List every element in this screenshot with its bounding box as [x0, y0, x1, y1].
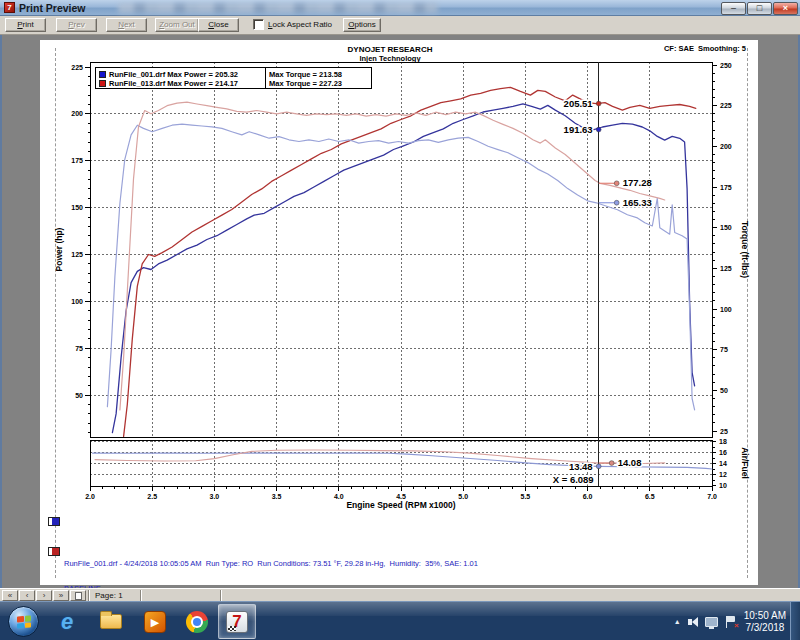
next-button[interactable]: Next [106, 18, 147, 32]
svg-text:75: 75 [720, 346, 728, 353]
cursor-value-label: 191.63 [564, 124, 593, 135]
close-preview-button[interactable]: Close [198, 18, 239, 32]
svg-text:4.5: 4.5 [396, 493, 406, 500]
taskbar-icon-chrome[interactable] [178, 604, 216, 639]
legend-run2-file-power: RunFile_013.drf Max Power = 214.17 [109, 79, 238, 88]
svg-text:250: 250 [720, 62, 732, 69]
cursor-x-label: X = 6.089 [553, 474, 594, 485]
tray-expand-icon[interactable]: ▲ [674, 618, 681, 625]
svg-text:150: 150 [720, 224, 732, 231]
svg-text:200: 200 [71, 110, 83, 117]
screen: 7 Print Preview – □ × Print Prev Next Zo… [0, 0, 800, 640]
page-icon [75, 592, 82, 600]
start-button[interactable] [8, 606, 39, 637]
run2-color-chip [48, 547, 60, 556]
legend-row: RunFile_001.drf Max Power = 205.32 [99, 70, 238, 79]
taskbar-clock[interactable]: 10:50 AM 7/3/2018 [744, 610, 786, 634]
close-window-button[interactable]: × [773, 2, 798, 15]
network-icon[interactable] [705, 617, 718, 627]
svg-text:4.0: 4.0 [334, 493, 344, 500]
volume-icon[interactable] [688, 617, 698, 627]
next-page-button[interactable]: › [36, 590, 52, 601]
preview-area: DYNOJET RESEARCH Injen Technology CF: SA… [0, 35, 800, 588]
taskbar-icon-media-player[interactable]: ▶ [136, 604, 174, 639]
svg-text:25: 25 [720, 428, 728, 435]
maximize-button[interactable]: □ [747, 2, 772, 15]
x-axis-title: Engine Speed (RPM x1000) [346, 500, 455, 510]
zoom-out-button[interactable]: Zoom Out [155, 18, 199, 32]
svg-text:75: 75 [75, 345, 83, 352]
svg-text:100: 100 [71, 298, 83, 305]
series-runfile-001-power [112, 104, 694, 433]
cursor-value-label: 165.33 [623, 197, 652, 208]
taskbar-icon-file-explorer[interactable] [92, 604, 130, 639]
app-icon: 7 [4, 2, 15, 13]
statusbar-divider [220, 590, 222, 601]
prev-button[interactable]: Prev [56, 18, 97, 32]
legend-divider [265, 68, 266, 88]
svg-text:225: 225 [720, 102, 732, 109]
clock-date: 7/3/2018 [744, 622, 786, 634]
svg-text:3.0: 3.0 [210, 493, 220, 500]
cursor-value-label: 177.28 [623, 177, 652, 188]
print-preview-toolbar: Print Prev Next Zoom Out Close Lock Aspe… [0, 16, 800, 35]
svg-text:12: 12 [719, 471, 727, 478]
options-button[interactable]: Options [343, 18, 381, 32]
svg-text:6.5: 6.5 [645, 493, 655, 500]
dyno-chart-svg: 2252001751501251007550250225200175150125… [40, 40, 758, 585]
svg-text:50: 50 [720, 387, 728, 394]
action-center-flag-icon[interactable]: × [725, 616, 737, 628]
series-runfile-013-torque [120, 102, 665, 410]
svg-text:225: 225 [71, 64, 83, 71]
media-player-icon: ▶ [144, 611, 166, 633]
svg-text:175: 175 [720, 184, 732, 191]
legend-run1-torque: Max Torque = 213.58 [269, 70, 342, 79]
cursor-value-label: 14.08 [618, 457, 642, 468]
prev-page-button[interactable]: ‹ [19, 590, 35, 601]
legend-swatch-run2 [99, 80, 106, 87]
lock-aspect-ratio-label: Lock Aspect Ratio [268, 20, 332, 29]
svg-text:2.5: 2.5 [147, 493, 157, 500]
page-indicator: Page: 1 [95, 591, 123, 600]
svg-text:7.0: 7.0 [707, 493, 717, 500]
taskbar: e ▶ 7 ▲ × 10:50 AM 7/3/2018 [0, 601, 800, 640]
system-tray: ▲ × 10:50 AM 7/3/2018 [674, 602, 786, 640]
show-desktop-button[interactable] [790, 602, 800, 640]
svg-text:175: 175 [71, 157, 83, 164]
status-bar: « ‹ › » Page: 1 [0, 588, 800, 601]
taskbar-icon-internet-explorer[interactable]: e [48, 604, 86, 639]
power-axis-title: Power (hp) [54, 227, 64, 271]
svg-text:6.0: 6.0 [583, 493, 593, 500]
first-page-button[interactable]: « [2, 590, 18, 601]
minimize-button[interactable]: – [721, 2, 746, 15]
svg-text:125: 125 [720, 265, 732, 272]
dynojet-app-icon: 7 [226, 611, 248, 633]
cursor-value-label: 13.48 [569, 461, 593, 472]
af-axis-title: Air/Fuel [740, 447, 750, 479]
legend-swatch-run1 [99, 71, 106, 78]
last-page-button[interactable]: » [53, 590, 69, 601]
statusbar-divider [140, 590, 142, 601]
svg-text:2.0: 2.0 [85, 493, 95, 500]
print-button[interactable]: Print [5, 18, 46, 32]
chrome-icon [186, 611, 208, 633]
statusbar-divider [88, 590, 90, 601]
lock-aspect-ratio-checkbox[interactable] [253, 19, 264, 30]
legend-run1-file-power: RunFile_001.drf Max Power = 205.32 [109, 70, 238, 79]
torque-axis-title: Torque (ft-lbs) [740, 221, 750, 278]
svg-text:3.5: 3.5 [272, 493, 282, 500]
legend-row: RunFile_013.drf Max Power = 214.17 [99, 79, 238, 88]
series-runfile-013-power [124, 87, 696, 436]
cursor-value-label: 205.51 [564, 98, 594, 109]
svg-text:5.5: 5.5 [521, 493, 531, 500]
ie-icon: e [61, 609, 73, 635]
run1-color-chip [48, 517, 60, 526]
taskbar-icon-dynojet-active[interactable]: 7 [218, 604, 256, 639]
clock-time: 10:50 AM [744, 610, 786, 622]
title-bar: 7 Print Preview – □ × [0, 0, 800, 16]
page-setup-button[interactable] [70, 590, 86, 601]
report-page: DYNOJET RESEARCH Injen Technology CF: SA… [40, 40, 758, 585]
windows-logo-icon [17, 616, 31, 629]
svg-text:5.0: 5.0 [458, 493, 468, 500]
svg-text:10: 10 [719, 482, 727, 489]
